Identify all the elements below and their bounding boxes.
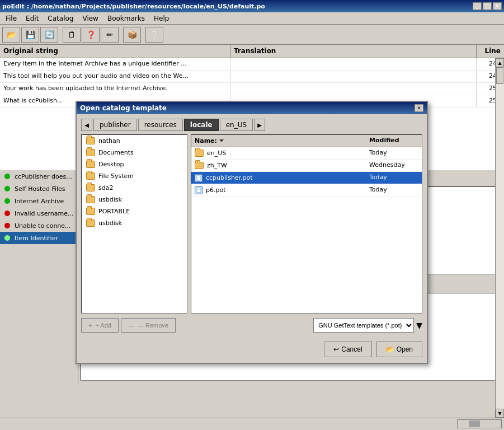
remove-icon: —: [128, 322, 134, 329]
left-item-label: nathan: [98, 137, 120, 144]
breadcrumb-en_US[interactable]: en_US: [220, 119, 253, 131]
modal-title-bar: Open catalog template ✕: [77, 102, 427, 114]
file-modified: Today: [366, 184, 422, 196]
add-icon: +: [88, 322, 92, 329]
cancel-button[interactable]: ↩ Cancel: [324, 342, 371, 357]
left-item-label: sda2: [98, 184, 113, 191]
folder-icon: [195, 162, 204, 169]
file-list-header: Name: Modified: [191, 135, 422, 147]
left-item-usbdisk2[interactable]: usbdisk: [82, 217, 187, 229]
file-row-p6-pot[interactable]: 📄 p6.pot Today: [191, 184, 422, 197]
filter-area: GNU GetText templates (*.pot) ▼: [313, 318, 422, 333]
file-row-ccpublisher-pot[interactable]: 📄 ccpublisher.pot Today: [191, 172, 422, 184]
filter-dropdown-icon[interactable]: ▼: [416, 321, 422, 330]
modal-title: Open catalog template: [80, 104, 167, 112]
folder-icon: [86, 137, 95, 144]
folder-icon: [86, 184, 95, 191]
nav-forward-button[interactable]: ▶: [254, 119, 265, 131]
folder-icon: [86, 208, 95, 215]
folder-icon: [195, 149, 204, 157]
left-panel: nathan Documents Desktop File System: [81, 134, 187, 314]
open-icon: 📂: [386, 345, 394, 353]
file-name: 📄 p6.pot: [191, 184, 366, 196]
left-item-label: PORTABLE: [98, 208, 130, 215]
pot-file-icon: 📄: [195, 174, 202, 182]
left-item-portable[interactable]: PORTABLE: [82, 205, 187, 217]
nav-back-button[interactable]: ◀: [81, 119, 92, 131]
left-item-desktop[interactable]: Desktop: [82, 158, 187, 170]
file-modified: Wednesday: [366, 160, 422, 171]
left-item-sda2[interactable]: sda2: [82, 182, 187, 194]
file-modified: Today: [366, 147, 422, 159]
left-item-documents[interactable]: Documents: [82, 147, 187, 158]
col-modified-header: Modified: [366, 135, 422, 147]
open-button[interactable]: 📂 Open: [376, 342, 422, 357]
cancel-icon: ↩: [333, 345, 339, 353]
add-remove-buttons: + + Add — — Remove: [81, 318, 176, 333]
open-catalog-modal: Open catalog template ✕ ◀ publisher reso…: [76, 101, 428, 364]
modal-footer: ↩ Cancel 📂 Open: [77, 337, 427, 363]
breadcrumb-locale[interactable]: locale: [184, 119, 219, 131]
left-item-label: usbdisk: [98, 219, 122, 227]
left-item-usbdisk1[interactable]: usbdisk: [82, 194, 187, 205]
remove-button[interactable]: — — Remove: [121, 318, 176, 333]
left-item-label: usbdisk: [98, 196, 122, 203]
breadcrumb-publisher[interactable]: publisher: [93, 119, 137, 131]
modal-bottom-controls: + + Add — — Remove GNU GetText templates…: [81, 318, 422, 333]
add-button[interactable]: + + Add: [81, 318, 119, 333]
modal-close-button[interactable]: ✕: [414, 104, 423, 112]
left-item-label: Documents: [98, 149, 134, 156]
file-name: zh_TW: [191, 160, 366, 171]
modal-body: ◀ publisher resources locale en_US ▶ nat…: [77, 114, 427, 337]
file-modified: Today: [366, 172, 422, 184]
folder-icon: [86, 219, 95, 227]
file-browser: nathan Documents Desktop File System: [81, 134, 422, 314]
left-item-nathan[interactable]: nathan: [82, 135, 187, 147]
file-row-zh_tw[interactable]: zh_TW Wednesday: [191, 160, 422, 172]
left-item-label: File System: [98, 172, 134, 180]
folder-icon: [86, 172, 95, 180]
modal-overlay: Open catalog template ✕ ◀ publisher reso…: [0, 0, 504, 430]
breadcrumb-nav: ◀ publisher resources locale en_US ▶: [81, 119, 422, 131]
left-item-filesystem[interactable]: File System: [82, 170, 187, 182]
file-row-en_us[interactable]: en_US Today: [191, 147, 422, 160]
breadcrumb-resources[interactable]: resources: [138, 119, 183, 131]
sort-icon: [219, 139, 224, 142]
folder-icon: [86, 196, 95, 203]
file-name: 📄 ccpublisher.pot: [191, 172, 366, 184]
folder-icon: [86, 149, 95, 156]
folder-icon: [86, 161, 95, 168]
col-name-header: Name:: [191, 135, 366, 147]
pot-file-icon: 📄: [195, 186, 202, 194]
file-filter-select[interactable]: GNU GetText templates (*.pot): [313, 318, 414, 333]
file-name: en_US: [191, 147, 366, 159]
right-panel: Name: Modified en_US Today: [191, 134, 422, 314]
left-item-label: Desktop: [98, 161, 124, 168]
